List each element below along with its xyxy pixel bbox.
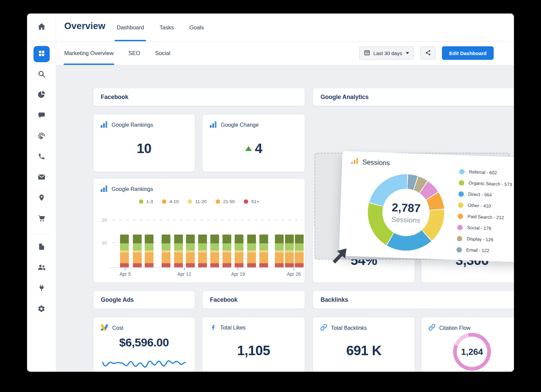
legend-dot [162, 199, 166, 204]
sidebar-item-analytics-pie[interactable] [33, 87, 50, 103]
sidebar-item-dashboards[interactable] [33, 46, 50, 62]
tab-dashboard[interactable]: Dashboard [117, 14, 144, 41]
dashboard-tab-social[interactable]: Social [155, 41, 170, 65]
bar-chart-icon [100, 185, 108, 193]
sessions-legend-item: Direct - 564 [458, 188, 512, 201]
sidebar-item-phone[interactable] [33, 149, 50, 165]
link-icon [320, 324, 327, 332]
integrations-icon [38, 284, 45, 293]
stacked-bar [162, 235, 170, 267]
section-header-google-analytics: Google Analytics [313, 88, 514, 106]
widget-sessions-dragging[interactable]: Sessions 2,787 Sessions Referral - 602Or… [339, 151, 514, 263]
widget-title: Google Rankings [112, 122, 153, 128]
share-icon [425, 49, 431, 57]
x-axis-label: Apr 19 [226, 271, 250, 277]
legend-dot [458, 202, 464, 208]
section-title: Google Analytics [321, 94, 369, 101]
total-backlinks-value: 691 K [313, 343, 415, 358]
x-axis-tick [184, 268, 185, 270]
stacked-bar [222, 235, 231, 267]
stacked-bar [174, 235, 183, 267]
stacked-bar [133, 235, 142, 267]
analytics-pie-icon [38, 91, 46, 100]
tab-goals[interactable]: Goals [189, 14, 204, 41]
widget-google-rankings: Google Rankings 10 [93, 114, 195, 172]
widget-total-likes: Total Likes 1,105 [202, 317, 305, 372]
settings-icon [38, 305, 45, 314]
legend-dot [188, 199, 192, 204]
dashboards-icon [38, 49, 46, 59]
sidebar-item-reports[interactable] [33, 239, 50, 255]
google-rankings-value: 10 [93, 141, 195, 156]
location-icon [38, 194, 45, 203]
legend-dot [216, 199, 220, 204]
chart-legend: 1-34-1011-2021-5051+ [93, 199, 305, 204]
share-button[interactable] [420, 46, 436, 60]
dashboard-tab-seo[interactable]: SEO [128, 41, 140, 65]
widget-title: Total Likes [220, 325, 246, 331]
legend-dot [457, 236, 463, 241]
sidebar-item-integrations[interactable] [33, 280, 50, 297]
citation-flow-gauge: 1,264 [453, 333, 491, 371]
widget-title: Sessions [362, 158, 390, 167]
home-icon [37, 22, 46, 32]
stacked-bar [145, 235, 154, 267]
x-axis-label: Apr 12 [172, 271, 196, 277]
edit-dashboard-button[interactable]: Edit Dashboard [442, 46, 494, 60]
y-axis-tick: 20 [97, 218, 107, 223]
widget-title: Cost [112, 325, 123, 331]
section-header-google-ads: Google Ads [93, 291, 195, 309]
main-tabs: DashboardTasksGoals [117, 14, 204, 41]
sidebar-item-email[interactable] [33, 170, 50, 186]
sidebar-item-clients[interactable] [33, 260, 50, 276]
stacked-bar [247, 235, 256, 267]
google-change-value: 4 [203, 141, 305, 156]
tab-tasks[interactable]: Tasks [160, 14, 174, 41]
sidebar-item-home[interactable] [27, 14, 56, 41]
clients-icon [37, 263, 46, 273]
total-likes-value: 1,105 [203, 343, 305, 358]
stacked-bar [120, 235, 129, 267]
cost-value: $6,596.00 [93, 336, 195, 349]
sessions-legend-item: Display - 126 [457, 233, 510, 246]
widget-title: Google Change [221, 122, 259, 128]
x-axis-tick [293, 268, 294, 270]
sidebar-item-cart[interactable] [33, 211, 50, 227]
facebook-icon [210, 324, 216, 332]
legend-item: 51+ [244, 199, 259, 204]
sessions-legend-item: Social - 178 [457, 222, 511, 235]
phone-icon [38, 153, 45, 162]
legend-dot [459, 169, 465, 175]
sidebar-item-search[interactable] [33, 67, 50, 83]
stacked-bar [295, 235, 304, 267]
section-header-facebook-social: Facebook [202, 291, 305, 309]
chevron-down-icon [406, 52, 409, 54]
legend-item: 4-10 [162, 199, 179, 204]
sidebar-item-chat[interactable] [33, 108, 50, 124]
section-title: Facebook [210, 296, 238, 303]
dashboard-tab-marketing-overview[interactable]: Marketing Overview [64, 41, 114, 65]
app-window: Overview DashboardTasksGoals Marketing O… [27, 14, 514, 372]
sidebar-item-click-target[interactable] [33, 128, 50, 145]
widget-google-rankings-chart: Google Rankings 1-34-1011-2021-5051+ 20 … [93, 178, 305, 283]
stacked-bar [186, 235, 195, 267]
google-analytics-icon [351, 157, 359, 166]
widget-title: Google Rankings [112, 186, 153, 192]
cart-icon [38, 214, 46, 224]
google-ads-icon [100, 324, 109, 333]
calendar-icon [364, 49, 370, 57]
widget-title: Total Backlinks [331, 325, 367, 331]
sidebar-item-location[interactable] [33, 190, 50, 206]
click-target-icon [38, 132, 46, 141]
sidebar-item-settings[interactable] [33, 301, 50, 317]
stacked-bar [285, 235, 294, 267]
sessions-legend-item: Paid Search - 212 [457, 211, 511, 223]
stacked-bar [198, 235, 207, 267]
reports-icon [38, 243, 45, 252]
legend-dot [456, 247, 462, 252]
stacked-bar [275, 235, 284, 267]
date-range-selector[interactable]: Last 30 days [359, 46, 414, 60]
section-title: Google Ads [101, 296, 134, 303]
legend-dot [457, 224, 463, 230]
section-title: Backlinks [321, 296, 348, 303]
